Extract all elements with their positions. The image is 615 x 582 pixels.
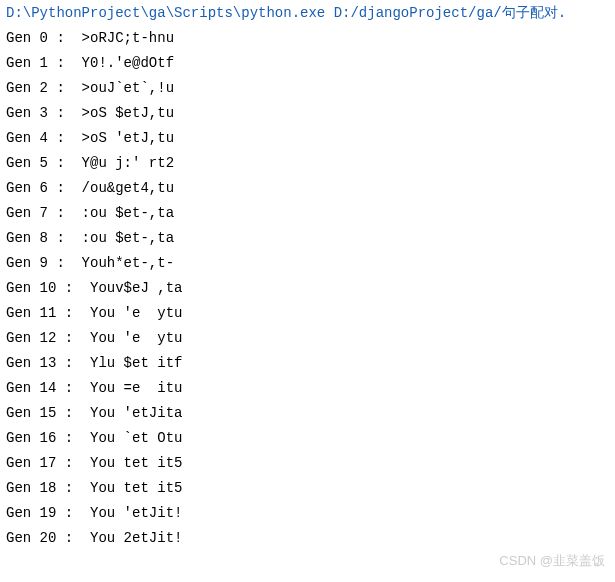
- output-line: Gen 19 : You 'etJit!: [6, 501, 609, 526]
- output-line: Gen 10 : Youv$eJ ,ta: [6, 276, 609, 301]
- output-line: Gen 17 : You tet it5: [6, 451, 609, 476]
- output-line: Gen 5 : Y@u j:' rt2: [6, 151, 609, 176]
- output-line: Gen 8 : :ou $et-,ta: [6, 226, 609, 251]
- output-line: Gen 18 : You tet it5: [6, 476, 609, 501]
- output-line: Gen 15 : You 'etJita: [6, 401, 609, 426]
- output-line: Gen 11 : You 'e ytu: [6, 301, 609, 326]
- output-line: Gen 13 : Ylu $et itf: [6, 351, 609, 376]
- output-line: Gen 2 : >ouJ`et`,!u: [6, 76, 609, 101]
- output-line: Gen 3 : >oS $etJ,tu: [6, 101, 609, 126]
- watermark: CSDN @韭菜盖饭: [499, 552, 605, 570]
- output-line: Gen 9 : Youh*et-,t-: [6, 251, 609, 276]
- output-line: Gen 1 : Y0!.'e@dOtf: [6, 51, 609, 76]
- output-line: Gen 12 : You 'e ytu: [6, 326, 609, 351]
- output-line: Gen 0 : >oRJC;t-hnu: [6, 26, 609, 51]
- output-line: Gen 4 : >oS 'etJ,tu: [6, 126, 609, 151]
- watermark-text: CSDN @韭菜盖饭: [499, 553, 605, 568]
- output-line: Gen 16 : You `et Otu: [6, 426, 609, 451]
- output-line: Gen 6 : /ou&get4,tu: [6, 176, 609, 201]
- console-output: Gen 0 : >oRJC;t-hnuGen 1 : Y0!.'e@dOtfGe…: [0, 26, 615, 551]
- output-line: Gen 7 : :ou $et-,ta: [6, 201, 609, 226]
- command-line: D:\PythonProject\ga\Scripts\python.exe D…: [0, 0, 615, 26]
- output-line: Gen 14 : You =e itu: [6, 376, 609, 401]
- output-line: Gen 20 : You 2etJit!: [6, 526, 609, 551]
- command-text: D:\PythonProject\ga\Scripts\python.exe D…: [6, 5, 566, 21]
